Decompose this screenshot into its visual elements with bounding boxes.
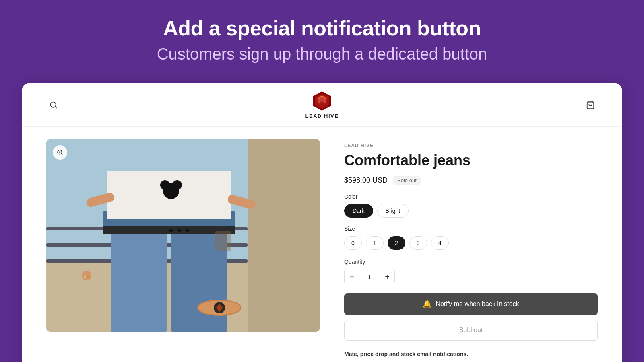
sold-out-badge: Sold out xyxy=(393,176,421,185)
size-0-button[interactable]: 0 xyxy=(344,236,362,250)
quantity-increase-button[interactable]: + xyxy=(380,269,395,284)
product-price: $598.00 USD xyxy=(344,176,388,185)
sold-out-button: Sold out xyxy=(344,320,598,341)
quantity-row: − + xyxy=(344,269,598,284)
banner-subheading: Customers sign up through a dedicated bu… xyxy=(8,45,636,63)
notify-button[interactable]: 🔔 Notify me when back in stock xyxy=(344,293,598,315)
store-nav: LEAD HIVE xyxy=(22,83,622,127)
size-label: Size xyxy=(344,226,598,232)
svg-point-29 xyxy=(82,271,91,280)
zoom-button[interactable] xyxy=(53,145,67,160)
color-options: Dark Bright xyxy=(344,204,598,218)
svg-point-22 xyxy=(172,180,182,190)
svg-rect-8 xyxy=(248,139,320,332)
quantity-label: Quantity xyxy=(344,259,598,265)
color-dark-button[interactable]: Dark xyxy=(344,204,373,218)
size-1-button[interactable]: 1 xyxy=(366,236,384,250)
quantity-input[interactable] xyxy=(359,269,380,284)
store-name: LEAD HIVE xyxy=(305,113,339,119)
product-image xyxy=(46,139,320,332)
color-label: Color xyxy=(344,193,598,200)
notify-button-label: Notify me when back in stock xyxy=(436,300,519,308)
svg-point-30 xyxy=(84,276,86,278)
logo-icon xyxy=(312,90,332,111)
product-title: Comfortable jeans xyxy=(344,152,598,169)
product-area: LEAD HIVE Comfortable jeans $598.00 USD … xyxy=(22,127,622,362)
svg-rect-12 xyxy=(111,227,167,332)
product-details: LEAD HIVE Comfortable jeans $598.00 USD … xyxy=(344,139,598,362)
info-text: Mate, price drop and stock email notific… xyxy=(344,350,598,362)
banner-heading: Add a special notification button xyxy=(8,16,636,40)
svg-rect-32 xyxy=(215,231,231,251)
svg-point-21 xyxy=(160,180,170,190)
color-bright-button[interactable]: Bright xyxy=(377,204,409,218)
store-container: LEAD HIVE xyxy=(22,83,622,362)
svg-point-17 xyxy=(178,229,181,232)
size-2-button[interactable]: 2 xyxy=(388,236,405,250)
cart-icon[interactable] xyxy=(583,98,598,112)
svg-line-34 xyxy=(61,154,62,155)
size-options: 0 1 2 3 4 xyxy=(344,236,598,250)
bell-icon: 🔔 xyxy=(423,300,431,309)
price-row: $598.00 USD Sold out xyxy=(344,176,598,185)
product-vendor: LEAD HIVE xyxy=(344,143,598,148)
sold-out-button-label: Sold out xyxy=(459,327,483,333)
size-3-button[interactable]: 3 xyxy=(409,236,427,250)
quantity-decrease-button[interactable]: − xyxy=(344,269,359,284)
store-logo: LEAD HIVE xyxy=(305,90,339,119)
svg-point-31 xyxy=(87,276,89,278)
product-image-container xyxy=(46,139,320,332)
svg-line-1 xyxy=(55,106,57,108)
header-banner: Add a special notification button Custom… xyxy=(0,0,644,83)
size-4-button[interactable]: 4 xyxy=(431,236,449,250)
info-bold-line: Mate, price drop and stock email notific… xyxy=(344,351,468,357)
search-icon[interactable] xyxy=(46,98,61,112)
svg-point-16 xyxy=(169,229,173,232)
svg-point-18 xyxy=(186,229,189,232)
